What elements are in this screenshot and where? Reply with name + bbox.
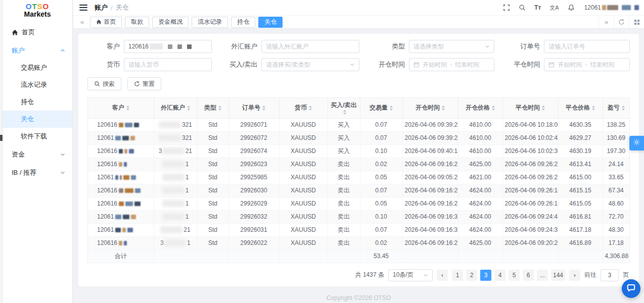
- column-header[interactable]: 订单号: [228, 98, 279, 118]
- home-icon: [12, 29, 18, 36]
- sort-carets-icon[interactable]: [187, 106, 190, 111]
- page-button-2[interactable]: 2: [466, 270, 477, 281]
- font-size-icon[interactable]: Tт: [534, 4, 541, 11]
- page-button-5[interactable]: 5: [509, 270, 520, 281]
- cell-close-price: 4616.81: [558, 210, 603, 223]
- search-button-label: 搜索: [103, 80, 115, 88]
- column-header[interactable]: 客户: [88, 98, 154, 118]
- cell-volume: 0.07: [360, 131, 402, 144]
- cell-fx-account: 31: [154, 236, 197, 249]
- tab-flow-records[interactable]: 流水记录: [192, 17, 228, 28]
- redacted-block: [125, 123, 132, 127]
- customer-input[interactable]: 120616: [124, 40, 212, 53]
- page-button-4[interactable]: 4: [494, 270, 505, 281]
- chevron-double-right-icon[interactable]: »: [599, 16, 614, 28]
- sort-carets-icon[interactable]: [492, 106, 495, 111]
- grid-icon[interactable]: [629, 16, 644, 28]
- page-button-144[interactable]: 144: [551, 270, 565, 281]
- cell-type: Std: [197, 118, 228, 131]
- account-suffix: 21: [183, 226, 190, 233]
- fullscreen-icon[interactable]: [503, 4, 510, 11]
- jump-page-input[interactable]: 3: [601, 269, 619, 281]
- sort-carets-icon[interactable]: [542, 106, 545, 111]
- reset-button[interactable]: 重置: [127, 77, 161, 90]
- column-header[interactable]: 平仓价格: [558, 98, 603, 118]
- column-header[interactable]: 盈亏: [603, 98, 629, 118]
- sort-carets-icon[interactable]: [442, 106, 445, 111]
- page-size-select[interactable]: 10条/页: [388, 269, 433, 281]
- hamburger-icon[interactable]: [79, 5, 87, 11]
- cell-type: Std: [197, 197, 228, 210]
- sort-carets-icon[interactable]: [262, 106, 265, 111]
- page-button-6[interactable]: 6: [523, 270, 534, 281]
- tab-positions[interactable]: 持仓: [231, 17, 255, 28]
- sidebar-item-trading-accounts[interactable]: 交易账户: [3, 59, 72, 76]
- next-page-button[interactable]: ›: [569, 270, 580, 281]
- sidebar-item-home[interactable]: 首页: [3, 24, 72, 41]
- column-header[interactable]: 平仓时间: [502, 98, 558, 118]
- sort-carets-icon[interactable]: [343, 110, 346, 115]
- sidebar-group-funds[interactable]: 资金: [3, 146, 72, 163]
- sort-carets-icon[interactable]: [390, 106, 393, 111]
- sort-carets-icon[interactable]: [592, 106, 595, 111]
- column-header[interactable]: 外汇账户: [154, 98, 197, 118]
- column-header[interactable]: 开仓价格: [458, 98, 502, 118]
- cell-customer: 120616: [88, 158, 154, 171]
- cell-pnl: 130.69: [603, 131, 629, 144]
- chevron-double-left-icon[interactable]: «: [77, 18, 87, 26]
- tab-home[interactable]: 首页: [90, 17, 122, 28]
- currency-input[interactable]: 请输入货币: [124, 58, 212, 71]
- sort-carets-icon[interactable]: [126, 106, 129, 111]
- breadcrumb-parent[interactable]: 账户: [95, 3, 108, 12]
- cell-open-time: 2026-04-06 09:39:25: [402, 131, 458, 144]
- order-no-input[interactable]: 请输入订单号: [544, 40, 630, 53]
- search-icon[interactable]: [519, 4, 526, 11]
- column-header[interactable]: 开仓时间: [402, 98, 458, 118]
- sort-carets-icon[interactable]: [622, 106, 625, 111]
- bell-icon[interactable]: [568, 4, 575, 11]
- sidebar-item-software-download[interactable]: 软件下载: [3, 128, 72, 145]
- page-button-1[interactable]: 1: [452, 270, 463, 281]
- column-header[interactable]: 买入/卖出: [328, 98, 360, 118]
- sort-carets-icon[interactable]: [218, 106, 221, 111]
- scrollbar-thumb[interactable]: [0, 135, 3, 141]
- column-header[interactable]: 类型: [197, 98, 228, 118]
- tab-withdraw[interactable]: 取款: [125, 17, 149, 28]
- chevron-down-icon: [485, 44, 490, 49]
- sidebar-item-positions[interactable]: 持仓: [3, 93, 72, 111]
- close-time-range-picker[interactable]: 开始时间 - 结束时间: [544, 58, 630, 71]
- customer-prefix: 120616: [97, 121, 117, 128]
- sidebar-item-closed-positions[interactable]: 关仓: [3, 111, 72, 128]
- cell-open-time: 2026-04-06 09:16:25: [402, 184, 458, 197]
- open-time-range-picker[interactable]: 开始时间 - 结束时间: [409, 58, 495, 71]
- side-select[interactable]: 请选择买/卖类型: [261, 58, 359, 71]
- tab-funds-overview[interactable]: 资金概况: [152, 17, 189, 28]
- sidebar-group-ib[interactable]: IB / 推荐: [3, 164, 72, 181]
- cell-open-price: 4610.00: [458, 144, 502, 158]
- calendar-icon: [413, 62, 420, 68]
- chat-float-button[interactable]: [622, 279, 640, 298]
- column-header[interactable]: 货币: [279, 98, 328, 118]
- sidebar-group-account[interactable]: 账户: [3, 42, 72, 59]
- chevron-up-icon: [60, 48, 65, 53]
- table-row: 1206121Std29926031XAUUSD卖出0.072026-04-06…: [88, 223, 629, 236]
- column-header[interactable]: 交易量: [360, 98, 402, 118]
- filter-label: 类型: [373, 42, 405, 51]
- search-button[interactable]: 搜索: [87, 77, 121, 90]
- cell-type: Std: [197, 171, 228, 184]
- cell-side: 卖出: [328, 184, 360, 197]
- page-button-3[interactable]: 3: [480, 270, 491, 281]
- page-ellipsis[interactable]: ...: [537, 270, 548, 281]
- settings-float-button[interactable]: [629, 136, 644, 150]
- type-select[interactable]: 请选择类型: [409, 40, 495, 53]
- translate-icon[interactable]: 文A: [549, 4, 559, 12]
- tab-closed-positions[interactable]: 关仓: [258, 17, 283, 28]
- prev-page-button[interactable]: ‹: [437, 270, 448, 281]
- redacted-block: [119, 188, 123, 193]
- sidebar-item-flow-records[interactable]: 流水记录: [3, 76, 72, 93]
- refresh-icon[interactable]: [614, 16, 629, 28]
- cell-fx-account: 1: [154, 210, 197, 223]
- user-id[interactable]: 12061: [584, 4, 639, 11]
- fx-account-input[interactable]: 请输入外汇账户: [261, 40, 359, 53]
- sort-carets-icon[interactable]: [309, 106, 312, 111]
